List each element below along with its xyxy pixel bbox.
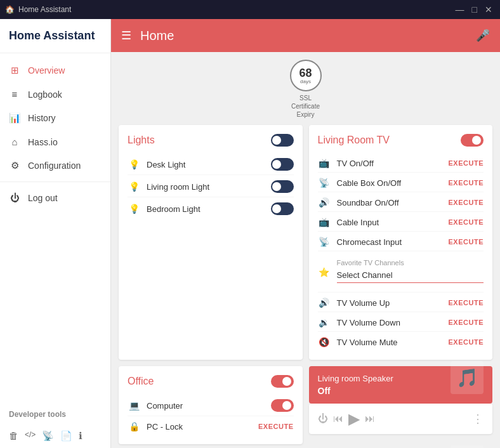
sidebar-item-logout[interactable]: ⏻ Log out — [0, 186, 110, 209]
close-button[interactable]: ✕ — [482, 4, 495, 15]
lock-icon: 🔒 — [128, 421, 140, 432]
lights-card: Lights 💡 Desk Light — [119, 125, 303, 360]
sidebar-item-history[interactable]: 📊 History — [0, 106, 110, 130]
sidebar-header: Home Assistant — [0, 19, 110, 53]
developer-tools-icons: 🗑 </> 📡 📄 ℹ — [0, 424, 110, 448]
header: ☰ Home 🎤 — [111, 19, 500, 52]
lights-card-title: Lights — [128, 135, 155, 146]
tv-mute-execute[interactable]: EXECUTE — [449, 338, 484, 346]
chromecast-execute[interactable]: EXECUTE — [449, 238, 484, 246]
tv-icon: 📺 — [318, 158, 331, 168]
content-grid: Lights 💡 Desk Light — [119, 125, 492, 448]
speaker-prev-button[interactable]: ⏮ — [333, 413, 343, 425]
lamp-icon-3: 💡 — [128, 204, 140, 214]
file-icon[interactable]: 📄 — [60, 430, 72, 442]
cable-input-execute[interactable]: EXECUTE — [449, 218, 484, 226]
lights-card-header: Lights — [128, 134, 294, 147]
main-area: ☰ Home 🎤 68 days SSL Certificate Expiry — [111, 19, 500, 448]
trash-icon[interactable]: 🗑 — [9, 430, 18, 442]
tv-master-toggle[interactable] — [461, 134, 484, 147]
computer-row: 💻 Computer — [128, 395, 294, 416]
soundbar-icon: 🔊 — [318, 197, 331, 208]
window-controls[interactable]: — □ ✕ — [453, 4, 495, 15]
ssl-badge[interactable]: 68 days SSL Certificate Expiry — [290, 60, 322, 119]
computer-label: Computer — [147, 401, 265, 411]
living-room-light-toggle[interactable] — [271, 180, 294, 193]
logout-icon: ⏻ — [9, 192, 20, 203]
lamp-icon: 💡 — [128, 159, 140, 169]
developer-tools-label: Developer tools — [0, 405, 110, 424]
content-area: 68 days SSL Certificate Expiry Lights — [111, 52, 500, 448]
tv-card-rows: 📺 TV On/Off EXECUTE 📡 Cable Box On/Off E… — [318, 154, 484, 351]
soundbar-execute[interactable]: EXECUTE — [449, 199, 484, 206]
cable-input-row: 📺 Cable Input EXECUTE — [318, 213, 484, 232]
code-icon[interactable]: </> — [25, 430, 36, 442]
speaker-next-button[interactable]: ⏭ — [365, 413, 375, 425]
mic-icon[interactable]: 🎤 — [476, 29, 490, 43]
menu-icon[interactable]: ☰ — [121, 29, 131, 43]
sidebar-item-overview[interactable]: ⊞ Overview — [0, 58, 110, 82]
office-card-rows: 💻 Computer 🔒 PC - Lock EXECUTE — [128, 395, 294, 435]
bedroom-light-label: Bedroom Light — [147, 204, 265, 214]
app-icon: 🏠 — [5, 5, 15, 14]
ssl-unit: days — [300, 79, 311, 84]
wifi-icon[interactable]: 📡 — [42, 430, 54, 442]
developer-tools-section: Developer tools 🗑 </> 📡 📄 ℹ — [0, 405, 110, 448]
computer-toggle[interactable] — [271, 399, 294, 412]
list-icon: ≡ — [9, 89, 20, 100]
channel-select[interactable]: Select Channel — [337, 268, 484, 283]
tv-card-header: Living Room TV — [318, 134, 484, 147]
ssl-circle: 68 days — [290, 60, 322, 91]
office-card-title: Office — [128, 376, 154, 387]
chromecast-label: Chromecast Input — [337, 237, 442, 247]
speaker-play-button[interactable]: ▶ — [348, 410, 360, 428]
sidebar-item-hassio[interactable]: ⌂ Hass.io — [0, 130, 110, 154]
tv-volume-up-execute[interactable]: EXECUTE — [449, 299, 484, 306]
window-chrome: 🏠 Home Assistant — □ ✕ — [0, 0, 500, 19]
minimize-button[interactable]: — — [453, 4, 467, 15]
grid-icon: ⊞ — [9, 65, 20, 76]
desk-light-toggle[interactable] — [271, 158, 294, 171]
speaker-power-button[interactable]: ⏻ — [318, 413, 328, 425]
tv-mute-row: 🔇 TV Volume Mute EXECUTE — [318, 333, 484, 351]
sidebar-item-logbook[interactable]: ≡ Logbook — [0, 82, 110, 106]
header-title: Home — [140, 29, 467, 43]
maximize-button[interactable]: □ — [470, 4, 480, 15]
cable-box-execute[interactable]: EXECUTE — [449, 179, 484, 187]
pc-lock-row: 🔒 PC - Lock EXECUTE — [128, 418, 294, 435]
sidebar-item-configuration[interactable]: ⚙ Configuration — [0, 154, 110, 178]
vol-down-icon: 🔉 — [318, 317, 331, 327]
tv-onoff-row: 📺 TV On/Off EXECUTE — [318, 154, 484, 173]
lights-card-rows: 💡 Desk Light 💡 Living room Light — [128, 154, 294, 219]
sidebar-divider — [0, 181, 110, 182]
pc-lock-execute[interactable]: EXECUTE — [258, 423, 293, 430]
window-title: 🏠 Home Assistant — [5, 5, 71, 14]
tv-volume-down-row: 🔉 TV Volume Down EXECUTE — [318, 313, 484, 332]
chromecast-row: 📡 Chromecast Input EXECUTE — [318, 233, 484, 251]
sidebar: Home Assistant ⊞ Overview ≡ Logbook 📊 Hi… — [0, 19, 111, 448]
ssl-number: 68 — [299, 67, 312, 79]
office-master-toggle[interactable] — [271, 375, 294, 388]
sidebar-nav: ⊞ Overview ≡ Logbook 📊 History ⌂ Hass.io… — [0, 53, 110, 405]
living-room-tv-card: Living Room TV 📺 TV On/Off EXECUTE — [309, 125, 493, 360]
vol-up-icon: 🔊 — [318, 298, 331, 308]
living-room-light-row: 💡 Living room Light — [128, 176, 294, 197]
ssl-badge-row: 68 days SSL Certificate Expiry — [119, 60, 492, 119]
cable-box-label: Cable Box On/Off — [337, 178, 442, 188]
tv-card-title: Living Room TV — [318, 135, 390, 146]
tv-volume-down-execute[interactable]: EXECUTE — [449, 319, 484, 326]
chromecast-icon: 📡 — [318, 237, 331, 247]
tv-onoff-execute[interactable]: EXECUTE — [449, 159, 484, 167]
lights-master-toggle[interactable] — [271, 134, 294, 147]
speaker-more-button[interactable]: ⋮ — [472, 412, 484, 426]
cable-icon: 📡 — [318, 178, 331, 188]
favorite-tv-icon: ⭐ — [318, 267, 331, 277]
info-icon[interactable]: ℹ — [79, 430, 82, 442]
gear-icon: ⚙ — [9, 160, 20, 171]
pc-lock-label: PC - Lock — [147, 422, 252, 432]
ssl-label: SSL Certificate Expiry — [290, 94, 322, 119]
bedroom-light-toggle[interactable] — [271, 202, 294, 215]
office-card-header: Office — [128, 375, 294, 388]
desk-light-row: 💡 Desk Light — [128, 154, 294, 175]
computer-icon: 💻 — [128, 400, 140, 411]
